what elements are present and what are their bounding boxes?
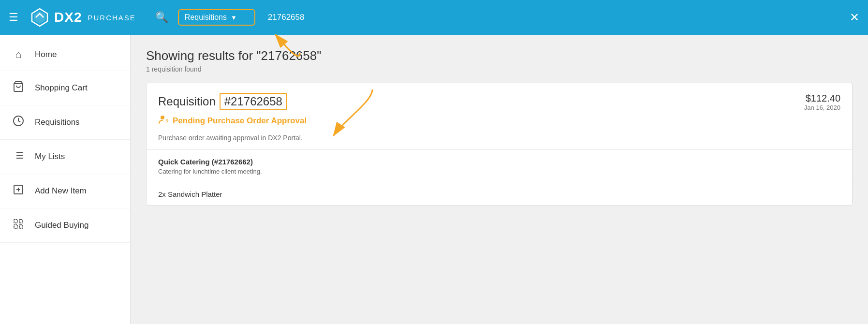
card-date: Jan 16, 2020 [804,104,840,111]
sidebar-item-shopping-cart[interactable]: Shopping Cart [0,71,130,105]
sidebar-item-guided-buying[interactable]: Guided Buying [0,208,130,243]
logo-dx2-text: DX2 [54,10,82,25]
svg-point-17 [161,116,164,119]
main-content: Showing results for "21762658" 1 requisi… [131,35,868,324]
card-status-text: Pending Purchase Order Approval [173,116,307,126]
search-icon[interactable]: 🔍 [155,11,168,24]
card-title-number: #21762658 [220,93,287,110]
my-lists-icon [12,149,25,164]
card-title: Requisition #21762658 [158,93,287,110]
sidebar: ⌂ Home Shopping Cart Requisitions [0,35,131,324]
sidebar-item-home[interactable]: ⌂ Home [0,39,130,71]
requisitions-icon [12,115,25,130]
add-new-item-icon [12,184,25,198]
dropdown-arrow-icon: ▼ [231,14,237,21]
app-header: ☰ DX2 PURCHASE 🔍 Requisitions ▼ 21762658… [0,0,868,35]
sidebar-item-my-lists[interactable]: My Lists [0,140,130,174]
results-title: Showing results for "21762658" [146,48,853,63]
dx2-logo-icon [29,7,50,28]
sidebar-item-home-label: Home [35,50,57,59]
sidebar-item-shopping-cart-label: Shopping Cart [35,83,88,93]
card-price-info: $112.40 Jan 16, 2020 [804,93,840,111]
home-icon: ⌂ [12,48,25,61]
hamburger-menu-icon[interactable]: ☰ [9,11,18,24]
search-category-label: Requisitions [185,13,227,22]
card-title-prefix: Requisition [158,95,216,108]
card-line-item-1-title: Quick Catering (#21762662) [158,158,840,166]
shopping-cart-icon [12,81,25,95]
card-line-item-2[interactable]: 2x Sandwich Platter [147,183,852,205]
pending-approval-icon: ? [158,114,169,127]
card-status-description: Purchase order awaiting approval in DX2 … [147,134,852,149]
search-query-value: 21762658 [268,13,305,22]
svg-rect-16 [19,225,23,228]
results-query: "21762658" [256,48,321,63]
sidebar-item-requisitions-label: Requisitions [35,118,80,127]
sidebar-item-guided-buying-label: Guided Buying [35,221,89,230]
app-logo: DX2 PURCHASE [29,7,136,28]
sidebar-item-requisitions[interactable]: Requisitions [0,105,130,140]
main-layout: ⌂ Home Shopping Cart Requisitions [0,35,868,324]
result-card[interactable]: Requisition #21762658 $112.40 Jan 16, 20… [146,83,853,206]
guided-buying-icon [12,218,25,233]
card-status-row: ? Pending Purchase Order Approval [147,111,852,134]
sidebar-item-add-new-item-label: Add New Item [35,186,87,196]
results-title-prefix: Showing results for [146,48,256,63]
svg-rect-13 [14,220,17,223]
card-header: Requisition #21762658 $112.40 Jan 16, 20… [147,83,852,111]
card-line-item-1[interactable]: Quick Catering (#21762662) Catering for … [147,150,852,183]
card-line-item-1-desc: Catering for lunchtime client meeting. [158,168,840,175]
svg-text:?: ? [165,118,169,124]
svg-rect-14 [19,220,23,223]
logo-purchase-text: PURCHASE [88,14,135,22]
close-search-button[interactable]: ✕ [850,11,859,24]
svg-rect-15 [14,225,17,228]
sidebar-item-my-lists-label: My Lists [35,152,65,162]
results-count: 1 requisition found [146,65,853,73]
search-category-dropdown[interactable]: Requisitions ▼ [178,9,255,26]
card-price: $112.40 [804,93,840,104]
sidebar-item-add-new-item[interactable]: Add New Item [0,174,130,208]
